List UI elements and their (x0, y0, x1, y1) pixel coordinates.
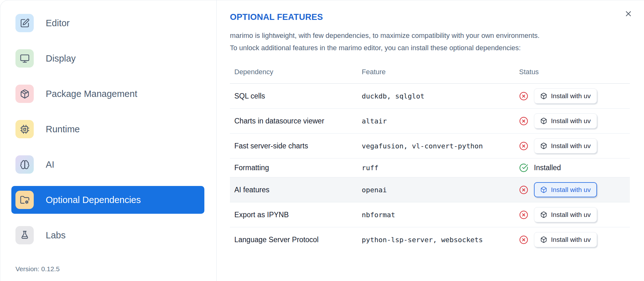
dependencies-table: Dependency Feature Status SQL cellsduckd… (230, 62, 630, 252)
feature-packages: duckdb, sqlglot (357, 84, 515, 109)
sidebar-item-optional-dependencies[interactable]: Optional Dependencies (11, 186, 204, 214)
sidebar-item-label: AI (46, 159, 54, 170)
status-cell: Install with uv (515, 109, 630, 134)
package-box-icon (540, 186, 547, 193)
close-button[interactable] (623, 9, 633, 19)
status-cell: Install with uv (515, 202, 630, 227)
install-with-uv-button[interactable]: Install with uv (534, 88, 597, 104)
table-row: AI featuresopenaiInstall with uv (230, 177, 630, 202)
cpu-icon (15, 120, 34, 138)
status-cell: Install with uv (515, 84, 630, 109)
folder-cog-icon (15, 191, 34, 209)
flask-icon (15, 226, 34, 244)
status-missing-icon (519, 185, 528, 194)
feature-packages: altair (357, 109, 515, 134)
status-missing-icon (519, 141, 528, 151)
package-box-icon (540, 117, 547, 124)
sidebar-item-label: Optional Dependencies (46, 195, 141, 205)
install-with-uv-button[interactable]: Install with uv (534, 113, 597, 129)
install-button-label: Install with uv (551, 142, 591, 150)
table-row: Language Server Protocolpython-lsp-serve… (230, 227, 630, 252)
status-cell: Install with uv (515, 177, 630, 202)
status-wrap: Install with uv (519, 182, 630, 197)
sidebar-item-label: Display (46, 53, 76, 64)
status-wrap: Install with uv (519, 232, 630, 247)
panel-description: marimo is lightweight, with few dependen… (230, 29, 644, 54)
close-icon (624, 9, 633, 18)
square-pen-icon (15, 14, 34, 32)
status-wrap: Install with uv (519, 88, 630, 104)
table-row: Export as IPYNBnbformatInstall with uv (230, 202, 630, 227)
sidebar-item-package-management[interactable]: Package Management (11, 80, 204, 108)
package-box-icon (540, 211, 547, 218)
monitor-icon (15, 49, 34, 68)
column-header-feature: Feature (357, 62, 515, 84)
sidebar-item-label: Runtime (46, 124, 80, 135)
status-cell: Installed (515, 158, 630, 177)
optional-features-panel: OPTIONAL FEATURES marimo is lightweight,… (217, 0, 644, 281)
column-header-status: Status (515, 62, 630, 84)
sidebar-item-label: Editor (46, 18, 70, 28)
dependency-name: SQL cells (230, 84, 357, 109)
status-wrap: Install with uv (519, 207, 630, 222)
table-row: Charts in datasource vieweraltairInstall… (230, 109, 630, 134)
table-row: SQL cellsduckdb, sqlglotInstall with uv (230, 84, 630, 109)
sidebar-item-ai[interactable]: AI (11, 151, 204, 178)
sidebar-item-runtime[interactable]: Runtime (11, 115, 204, 143)
dependency-name: AI features (230, 177, 357, 202)
settings-dialog: EditorDisplayPackage ManagementRuntimeAI… (0, 0, 644, 281)
column-header-dependency: Dependency (230, 62, 357, 84)
dependency-name: Export as IPYNB (230, 202, 357, 227)
feature-packages: ruff (357, 158, 515, 177)
page-title: OPTIONAL FEATURES (230, 12, 644, 22)
table-header-row: Dependency Feature Status (230, 62, 630, 84)
brain-icon (15, 155, 34, 174)
table-row: FormattingruffInstalled (230, 158, 630, 177)
status-wrap: Installed (519, 163, 630, 172)
feature-packages: vegafusion, vl-convert-python (357, 134, 515, 158)
sidebar-nav: EditorDisplayPackage ManagementRuntimeAI… (0, 9, 216, 257)
sidebar-item-label: Package Management (46, 89, 137, 99)
status-missing-icon (519, 117, 528, 126)
package-box-icon (540, 236, 547, 243)
sidebar-item-editor[interactable]: Editor (11, 9, 204, 37)
feature-packages: openai (357, 177, 515, 202)
sidebar-item-label: Labs (46, 230, 66, 241)
dependency-name: Fast server-side charts (230, 134, 357, 158)
status-missing-icon (519, 235, 528, 244)
settings-sidebar: EditorDisplayPackage ManagementRuntimeAI… (0, 0, 217, 281)
status-wrap: Install with uv (519, 138, 630, 153)
install-button-label: Install with uv (551, 92, 591, 100)
install-button-label: Install with uv (551, 117, 591, 125)
status-missing-icon (519, 92, 528, 101)
dependency-name: Charts in datasource viewer (230, 109, 357, 134)
description-line-1: marimo is lightweight, with few dependen… (230, 32, 540, 39)
table-body: SQL cellsduckdb, sqlglotInstall with uvC… (230, 84, 630, 252)
install-with-uv-button[interactable]: Install with uv (534, 232, 597, 247)
version-label: Version: 0.12.5 (0, 265, 216, 281)
install-with-uv-button[interactable]: Install with uv (534, 207, 597, 222)
package-box-icon (540, 93, 547, 99)
sidebar-item-labs[interactable]: Labs (11, 221, 204, 249)
install-button-label: Install with uv (551, 236, 591, 243)
status-installed-label: Installed (534, 164, 561, 172)
install-with-uv-button[interactable]: Install with uv (534, 138, 597, 153)
feature-packages: python-lsp-server, websockets (357, 227, 515, 252)
status-missing-icon (519, 210, 528, 219)
status-wrap: Install with uv (519, 113, 630, 129)
package-icon (15, 85, 34, 103)
dependency-name: Language Server Protocol (230, 227, 357, 252)
table-row: Fast server-side chartsvegafusion, vl-co… (230, 134, 630, 158)
status-cell: Install with uv (515, 227, 630, 252)
description-line-2: To unlock additional features in the mar… (230, 44, 521, 52)
status-installed-icon (519, 163, 528, 172)
feature-packages: nbformat (357, 202, 515, 227)
install-with-uv-button[interactable]: Install with uv (534, 182, 597, 197)
package-box-icon (540, 142, 547, 149)
dependency-name: Formatting (230, 158, 357, 177)
status-cell: Install with uv (515, 134, 630, 158)
install-button-label: Install with uv (551, 211, 591, 218)
install-button-label: Install with uv (551, 186, 591, 194)
sidebar-item-display[interactable]: Display (11, 45, 204, 72)
